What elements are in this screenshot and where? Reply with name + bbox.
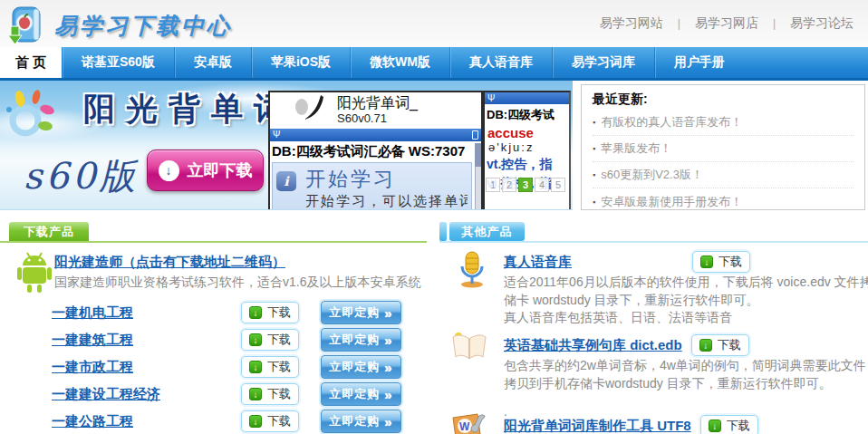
update-item[interactable]: ▪ s60更新到V2.3版！	[593, 162, 854, 188]
word-entry: accuse	[485, 125, 569, 140]
recent-updates-panel: 最近更新: ▪ 有版权的真人语音库发布！ ▪ 苹果版发布！ ▪ s60更新到V2…	[581, 84, 865, 210]
product-link-sunshine-builder[interactable]: 阳光建造师（点击有下载地址二维码）	[54, 254, 285, 271]
divider	[439, 241, 868, 243]
download-arrow-icon: ↓	[699, 339, 712, 352]
app-title: 阳光背单词_	[337, 95, 418, 111]
order-label: 立即定购	[329, 304, 380, 321]
microphone-icon	[455, 250, 489, 292]
bullet-icon: ▪	[593, 198, 595, 207]
signal-icon: Ψ	[487, 94, 495, 103]
nav-item-voice-library[interactable]: 真人语音库	[449, 47, 552, 78]
app-header: 阳光背单词_ S60v0.71	[270, 92, 481, 129]
header: 易学习下载中心 易学习网站 | 易学习网店 | 易学习论坛	[0, 0, 868, 47]
header-links: 易学习网站 | 易学习网店 | 易学习论坛	[600, 15, 854, 32]
status-bar: Ψ	[270, 129, 481, 141]
order-now-button[interactable]: 立即定购 »	[321, 301, 401, 324]
battery-icon	[472, 130, 478, 140]
download-arrow-icon: ↓	[249, 333, 262, 346]
download-arrow-icon: ↓	[159, 160, 179, 181]
word-meaning-1: vt.控告，指	[485, 157, 569, 173]
bullet-icon: ▪	[593, 144, 595, 153]
link-shop[interactable]: 易学习网店	[695, 15, 758, 32]
download-label: 下载	[718, 337, 741, 353]
other-product-description: 包含共享的约2w单词音标，4w单词的例句，简明词典需要此文件，下 拷贝到手机存储…	[504, 357, 868, 421]
update-item[interactable]: ▪ 有版权的真人语音库发布！	[593, 110, 854, 136]
item-link-mechanical[interactable]: 一建机电工程	[52, 304, 133, 322]
word-phonetic: ə'kju:z	[485, 140, 569, 154]
link-main-site[interactable]: 易学习网站	[600, 15, 663, 32]
description-line: 真人语音库包括英语、日语、法语等语音	[504, 309, 868, 327]
banner-row: 阳光背单词 s60版 ↓ 立即下载 阳光背单词_ S6	[0, 81, 868, 210]
nav-item-manual[interactable]: 用户手册	[654, 47, 744, 78]
download-button[interactable]: ↓ 下载	[692, 251, 750, 273]
description-line: 储卡 wordstudy 目录下，重新运行软件即可。	[504, 292, 868, 310]
tab-download-products[interactable]: 下载产品	[9, 222, 89, 241]
update-text: 苹果版发布！	[601, 140, 671, 157]
download-button[interactable]: ↓ 下载	[241, 329, 299, 351]
download-arrow-icon: ↓	[249, 306, 262, 319]
app-logo-icon	[294, 95, 324, 126]
svg-text:W: W	[459, 420, 470, 433]
order-now-button[interactable]: 立即定购 »	[321, 410, 401, 433]
download-button[interactable]: ↓ 下载	[691, 334, 749, 356]
item-link-dict-maker-tool[interactable]: 阳光背单词词库制作工具 UTF8	[504, 418, 691, 434]
item-link-voice-library[interactable]: 真人语音库	[504, 254, 683, 271]
item-link-municipal[interactable]: 一建市政工程	[52, 359, 133, 376]
other-product-header: 英语基础共享例句库 dict.edb ↓ 下载	[504, 334, 749, 356]
download-button[interactable]: ↓ 下载	[700, 415, 758, 434]
page-dot-5[interactable]: 5	[551, 178, 565, 192]
page-dot-1[interactable]: 1	[486, 178, 500, 192]
nav-item-nokia-s60[interactable]: 诺基亚S60版	[62, 47, 174, 78]
download-label: 下载	[719, 254, 742, 270]
order-label: 立即定购	[329, 359, 380, 375]
download-row: 一建建筑工程 ↓ 下载 立即定购 »	[0, 328, 434, 353]
download-row: 一建建设工程经济 ↓ 下载 立即定购 »	[0, 382, 434, 408]
order-label: 立即定购	[329, 386, 380, 402]
phone-screenshot-1: 阳光背单词_ S60v0.71 Ψ DB:四级考试词汇必备 WS:7307 i …	[268, 91, 483, 210]
menu-subtitle: 开始学习，可以选择单词	[305, 193, 468, 210]
nav-item-ios[interactable]: 苹果iOS版	[251, 47, 350, 78]
site-title: 易学习下载中心	[54, 11, 232, 41]
download-button[interactable]: ↓ 下载	[241, 356, 299, 378]
menu-item-start-learning: i 开始学习 开始学习，可以选择单词	[272, 162, 472, 210]
nav-item-wm[interactable]: 微软WM版	[350, 47, 449, 78]
item-link-highway[interactable]: 一建公路工程	[52, 413, 133, 430]
nav-item-home[interactable]: 首 页	[0, 47, 62, 78]
update-text: 安卓版最新使用手册发布！	[601, 194, 742, 210]
promo-banner[interactable]: 阳光背单词 s60版 ↓ 立即下载 阳光背单词_ S6	[0, 81, 573, 210]
nav-item-android[interactable]: 安卓版	[174, 47, 251, 78]
order-now-button[interactable]: 立即定购 »	[321, 355, 401, 379]
download-button[interactable]: ↓ 下载	[241, 410, 299, 432]
item-link-economics[interactable]: 一建建设工程经济	[52, 386, 160, 403]
page-dot-3-active[interactable]: 3	[518, 178, 533, 192]
order-arrow-icon: »	[384, 361, 392, 374]
order-now-button[interactable]: 立即定购 »	[321, 382, 401, 406]
update-text: 有版权的真人语音库发布！	[601, 114, 742, 130]
page-dot-2[interactable]: 2	[502, 178, 516, 192]
nav-item-word-library[interactable]: 易学习词库	[552, 47, 654, 78]
item-link-sentence-library[interactable]: 英语基础共享例句库 dict.edb	[504, 337, 682, 354]
update-item[interactable]: ▪ 苹果版发布！	[593, 136, 854, 162]
signal-icon: Ψ	[273, 130, 280, 140]
download-arrow-icon: ↓	[249, 361, 262, 373]
download-now-label: 立即下载	[188, 159, 253, 181]
toolkit-icon: W	[450, 412, 488, 434]
description-line: 包含共享的约2w单词音标，4w单词的例句，简明词典需要此文件，下	[504, 357, 868, 375]
item-link-construction[interactable]: 一建建筑工程	[52, 332, 133, 349]
link-forum[interactable]: 易学习论坛	[790, 15, 854, 32]
order-now-button[interactable]: 立即定购 »	[321, 328, 401, 352]
download-label: 下载	[267, 304, 291, 321]
other-product-description: 适合2011年06月以后版本的软件使用，下载后将 voice.edv 文件拷 储…	[504, 274, 868, 327]
main-nav: 首 页 诺基亚S60版 安卓版 苹果iOS版 微软WM版 真人语音库 易学习词库…	[0, 47, 868, 81]
tab-other-products[interactable]: 其他产品	[449, 222, 525, 241]
download-button[interactable]: ↓ 下载	[241, 383, 299, 405]
update-item[interactable]: ▪ 安卓版最新使用手册发布！	[593, 188, 854, 215]
site-logo[interactable]: 易学习下载中心	[7, 3, 232, 49]
download-button[interactable]: ↓ 下载	[241, 302, 299, 323]
page-dot-4[interactable]: 4	[535, 178, 549, 192]
download-now-button[interactable]: ↓ 立即下载	[147, 149, 264, 191]
divider	[0, 241, 427, 243]
scrollbar	[475, 143, 481, 210]
phone-screenshot-2: Ψ DB:四级考试 accuse ə'kju:z vt.控告，指 vi.指控，指…	[483, 91, 571, 210]
download-arrow-icon: ↓	[249, 415, 262, 428]
